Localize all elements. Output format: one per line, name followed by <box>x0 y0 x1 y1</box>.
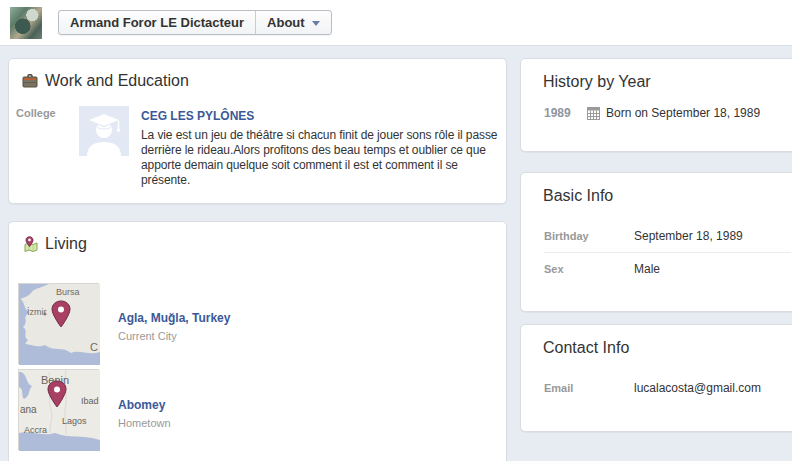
basic-info-header: Basic Info <box>543 187 792 205</box>
map-thumbnail-hometown[interactable]: Benin ana Ibad Lagos Accra <box>18 369 99 450</box>
map-label: İzmir <box>27 307 47 317</box>
sex-value: Male <box>634 262 660 276</box>
page-header: Armand Foror LE Dictacteur About <box>0 0 792 46</box>
sex-row: Sex Male <box>544 252 791 285</box>
section-title: Living <box>45 235 87 253</box>
sex-label: Sex <box>544 262 634 276</box>
map-label: Lagos <box>62 416 87 426</box>
section-title: Contact Info <box>543 339 629 357</box>
map-label: Bursa <box>56 287 80 297</box>
birthday-row: Birthday September 18, 1989 <box>544 220 791 252</box>
contact-info-card: Contact Info Email lucalacosta@gmail.com <box>520 324 792 432</box>
briefcase-icon <box>22 73 38 89</box>
map-label: Accra <box>24 425 47 435</box>
current-city-entry: Agla, Muğla, Turkey Current City <box>118 308 230 342</box>
history-row: 1989 Born on September 18, 1989 <box>544 106 760 120</box>
work-education-header: Work and Education <box>22 72 506 90</box>
email-row: Email lucalacosta@gmail.com <box>544 372 791 404</box>
college-entry: CEG LES PYLÔNES La vie est un jeu de thé… <box>141 106 499 188</box>
birthday-value: September 18, 1989 <box>634 229 743 243</box>
chevron-down-icon <box>312 21 320 26</box>
contact-info-header: Contact Info <box>543 339 792 357</box>
school-description: La vie est un jeu de théâtre si chacun f… <box>141 128 499 188</box>
history-event: Born on September 18, 1989 <box>606 106 760 120</box>
section-title: Work and Education <box>45 72 189 90</box>
basic-info-rows: Birthday September 18, 1989 Sex Male <box>544 220 791 285</box>
map-label: C <box>90 341 98 353</box>
hometown-type: Hometown <box>118 417 171 429</box>
current-city-link[interactable]: Agla, Muğla, Turkey <box>118 311 230 325</box>
graduation-cap-icon[interactable] <box>79 106 129 156</box>
history-year: 1989 <box>544 106 584 120</box>
profile-photo[interactable] <box>10 7 42 39</box>
about-dropdown-button[interactable]: About <box>255 11 331 34</box>
hometown-link[interactable]: Abomey <box>118 398 165 412</box>
basic-info-card: Basic Info Birthday September 18, 1989 S… <box>520 172 792 312</box>
map-label: ana <box>20 404 37 415</box>
profile-nav: Armand Foror LE Dictacteur About <box>58 10 332 35</box>
contact-info-rows: Email lucalacosta@gmail.com <box>544 372 791 404</box>
profile-name-button[interactable]: Armand Foror LE Dictacteur <box>59 11 255 34</box>
section-title: History by Year <box>543 73 651 91</box>
about-label: About <box>267 15 305 30</box>
history-by-year-card: History by Year 1989 Born on September 1… <box>520 58 792 152</box>
birthday-label: Birthday <box>544 229 634 243</box>
living-header: Living <box>22 235 506 253</box>
calendar-icon <box>587 107 600 120</box>
email-label: Email <box>544 381 634 395</box>
living-card: Living Bursa İzmir C Agla, Muğla, Turkey… <box>8 221 507 461</box>
current-city-type: Current City <box>118 330 230 342</box>
work-education-card: Work and Education College CEG LES PYLÔN… <box>8 58 507 204</box>
about-page: Armand Foror LE Dictacteur About Work an… <box>0 0 792 461</box>
email-value: lucalacosta@gmail.com <box>634 381 761 395</box>
map-pin-icon <box>22 236 38 252</box>
map-thumbnail-current-city[interactable]: Bursa İzmir C <box>18 283 99 364</box>
college-label: College <box>16 107 74 119</box>
section-title: Basic Info <box>543 187 613 205</box>
school-link[interactable]: CEG LES PYLÔNES <box>141 109 254 123</box>
map-label: Ibad <box>81 396 99 406</box>
history-header: History by Year <box>543 73 792 91</box>
hometown-entry: Abomey Hometown <box>118 395 171 429</box>
